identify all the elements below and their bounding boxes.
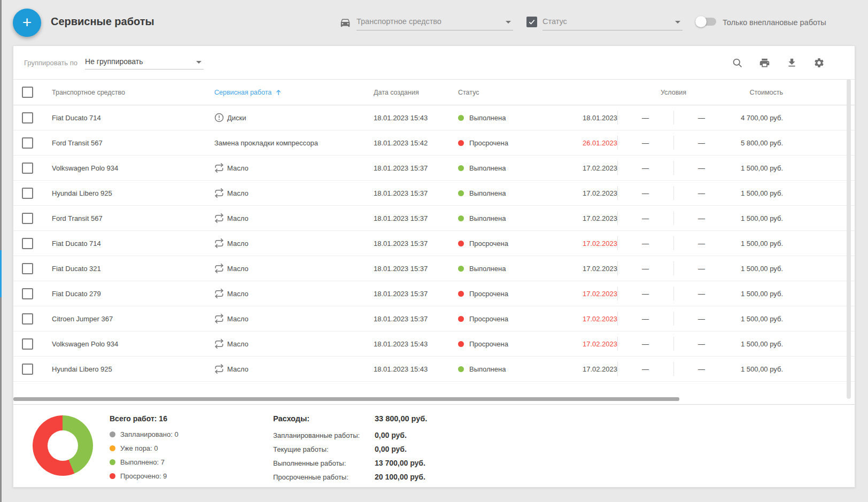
status-filter[interactable]: Статус bbox=[526, 16, 683, 30]
service-work-cell: Масло bbox=[195, 238, 361, 248]
row-checkbox[interactable] bbox=[13, 338, 41, 350]
chevron-down-icon bbox=[196, 61, 201, 64]
cost-cell: 1 500,00 руб. bbox=[730, 214, 804, 222]
row-checkbox[interactable] bbox=[13, 263, 41, 274]
vehicle-cell: Hyundai Libero 925 bbox=[41, 189, 195, 197]
table-row[interactable]: Fiat Ducato 321Масло18.01.2023 15:37Выпо… bbox=[13, 256, 855, 281]
table-row[interactable]: Volkswagen Polo 934Масло18.01.2023 15:43… bbox=[13, 331, 855, 357]
download-icon[interactable] bbox=[786, 57, 797, 68]
row-checkbox[interactable] bbox=[13, 188, 41, 199]
status-cell: Просрочена bbox=[452, 340, 556, 348]
status-dot bbox=[458, 215, 464, 221]
row-checkbox[interactable] bbox=[13, 213, 41, 224]
vehicle-filter-select[interactable]: Транспортное средство bbox=[356, 16, 513, 30]
service-work-cell: Замена прокладки компрессора bbox=[195, 139, 361, 147]
row-checkbox[interactable] bbox=[13, 288, 41, 299]
repeat-icon bbox=[214, 314, 224, 323]
legend-item: Уже пора: 0 bbox=[110, 444, 179, 452]
row-checkbox[interactable] bbox=[13, 364, 41, 375]
legend-dot bbox=[110, 445, 115, 451]
row-checkbox[interactable] bbox=[13, 238, 41, 249]
due-date-cell: 17.02.2023 bbox=[556, 315, 617, 323]
vehicle-filter[interactable]: Транспортное средство bbox=[339, 16, 513, 30]
service-work-cell: Масло bbox=[195, 264, 361, 273]
chevron-down-icon bbox=[506, 21, 511, 24]
created-date-cell: 18.01.2023 15:37 bbox=[361, 240, 452, 248]
table-row[interactable]: Fiat Ducato 714Диски18.01.2023 15:43Выпо… bbox=[13, 105, 855, 130]
expense-row: Просроченные работы:20 100,00 руб. bbox=[273, 473, 427, 481]
row-checkbox[interactable] bbox=[13, 112, 41, 123]
condition-cell: — bbox=[673, 189, 730, 197]
status-dot bbox=[458, 115, 464, 121]
print-icon[interactable] bbox=[759, 57, 770, 68]
cost-cell: 5 800,00 руб. bbox=[730, 139, 804, 147]
table-row[interactable]: Fiat Ducato 279Масло18.01.2023 15:37Прос… bbox=[13, 281, 855, 306]
add-service-work-button[interactable]: + bbox=[13, 9, 41, 37]
condition-cell: — bbox=[617, 114, 673, 122]
condition-cell: — bbox=[617, 265, 673, 273]
table-row[interactable]: Hyundai Libero 925Масло18.01.2023 15:37В… bbox=[13, 181, 855, 206]
vehicle-filter-label: Транспортное средство bbox=[356, 17, 441, 26]
repeat-icon bbox=[214, 188, 224, 198]
column-header-status[interactable]: Статус bbox=[452, 89, 617, 96]
table-row[interactable]: Ford Transit 567Замена прокладки компрес… bbox=[13, 130, 855, 156]
group-by-label: Группировать по bbox=[24, 59, 78, 67]
select-all-checkbox[interactable] bbox=[13, 87, 41, 98]
service-work-cell: Масло bbox=[195, 364, 361, 374]
status-filter-label: Статус bbox=[542, 17, 567, 26]
service-work-cell: Масло bbox=[195, 289, 361, 298]
page-scrollbar-thumb[interactable] bbox=[0, 250, 2, 297]
service-work-cell: Диски bbox=[195, 113, 361, 122]
search-icon[interactable] bbox=[732, 57, 743, 68]
created-date-cell: 18.01.2023 15:37 bbox=[361, 290, 452, 298]
due-date-cell: 17.02.2023 bbox=[556, 365, 617, 373]
condition-cell: — bbox=[617, 290, 673, 298]
status-cell: Выполнена bbox=[452, 114, 556, 122]
expenses-block: Расходы: 33 800,00 руб. Запланированные … bbox=[273, 414, 427, 486]
page-title: Сервисные работы bbox=[51, 16, 154, 28]
cost-cell: 1 500,00 руб. bbox=[730, 340, 804, 348]
table-row[interactable]: Citroen Jumper 367Масло18.01.2023 15:37П… bbox=[13, 306, 855, 331]
table-horizontal-scrollbar-thumb[interactable] bbox=[13, 397, 679, 401]
vehicle-cell: Fiat Ducato 714 bbox=[41, 114, 195, 122]
column-header-service-work[interactable]: Сервисная работа bbox=[195, 89, 361, 96]
row-checkbox[interactable] bbox=[13, 137, 41, 149]
repeat-icon bbox=[214, 264, 224, 273]
table-header-row: Транспортное средство Сервисная работа Д… bbox=[13, 79, 855, 105]
service-work-cell: Масло bbox=[195, 314, 361, 323]
vehicle-icon bbox=[339, 17, 351, 30]
table-row[interactable]: Ford Transit 567Масло18.01.2023 15:37Вып… bbox=[13, 206, 855, 231]
legend-dot bbox=[110, 459, 115, 465]
table-row[interactable]: Volkswagen Polo 934Масло18.01.2023 15:37… bbox=[13, 156, 855, 181]
status-cell: Просрочена bbox=[452, 139, 556, 147]
vehicle-cell: Fiat Ducato 279 bbox=[41, 290, 195, 298]
row-checkbox[interactable] bbox=[13, 313, 41, 325]
column-header-created[interactable]: Дата создания bbox=[361, 89, 452, 96]
vehicle-cell: Fiat Ducato 321 bbox=[41, 265, 195, 273]
table-row[interactable]: Fiat Ducato 714Масло18.01.2023 15:37Прос… bbox=[13, 231, 855, 256]
service-work-cell: Масло bbox=[195, 213, 361, 223]
created-date-cell: 18.01.2023 15:43 bbox=[361, 340, 452, 348]
status-filter-select[interactable]: Статус bbox=[542, 16, 683, 30]
table-vertical-scrollbar[interactable] bbox=[847, 79, 851, 399]
vehicle-cell: Volkswagen Polo 934 bbox=[41, 164, 195, 172]
status-filter-checkbox[interactable] bbox=[526, 17, 537, 27]
row-checkbox[interactable] bbox=[13, 163, 41, 174]
chevron-down-icon bbox=[675, 21, 680, 24]
due-date-cell: 17.02.2023 bbox=[556, 290, 617, 298]
column-header-vehicle[interactable]: Транспортное средство bbox=[41, 89, 195, 96]
created-date-cell: 18.01.2023 15:37 bbox=[361, 214, 452, 222]
group-by-select[interactable]: Не группировать bbox=[85, 56, 204, 69]
condition-cell: — bbox=[673, 315, 730, 323]
expense-row: Текущие работы:0,00 руб. bbox=[273, 445, 427, 453]
settings-gear-icon[interactable] bbox=[813, 57, 825, 68]
unplanned-only-toggle[interactable] bbox=[696, 18, 716, 26]
repeat-icon bbox=[214, 364, 224, 374]
table-row[interactable]: Hyundai Libero 925Масло18.01.2023 15:43В… bbox=[13, 357, 855, 382]
sort-ascending-icon bbox=[275, 89, 282, 96]
due-date-cell: 17.02.2023 bbox=[556, 189, 617, 197]
toggle-knob[interactable] bbox=[695, 16, 707, 27]
column-header-cost[interactable]: Стоимость bbox=[730, 89, 804, 96]
column-header-conditions[interactable]: Условия bbox=[617, 89, 730, 96]
condition-cell: — bbox=[673, 139, 730, 147]
